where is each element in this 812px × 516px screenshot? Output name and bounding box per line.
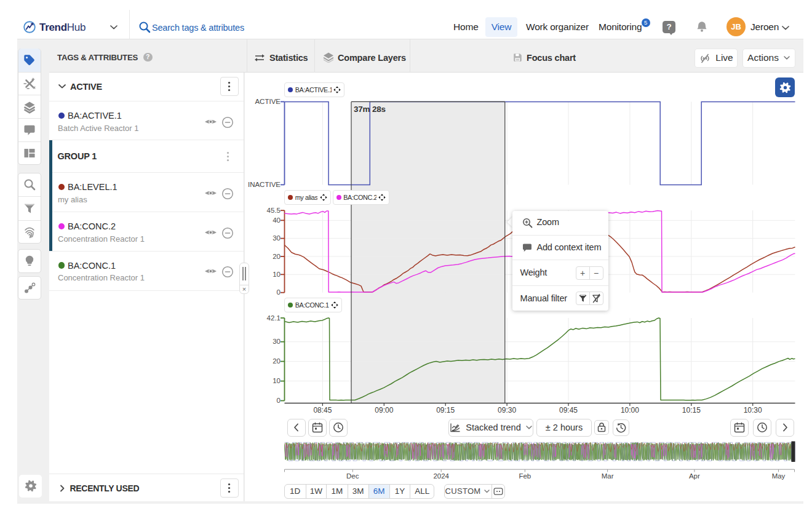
svg-text:Feb: Feb	[519, 472, 531, 480]
svg-text:Apr: Apr	[689, 472, 700, 480]
svg-text:Dec: Dec	[346, 472, 359, 480]
svg-text:May: May	[772, 472, 786, 480]
svg-text:Mar: Mar	[602, 472, 614, 480]
svg-text:2024: 2024	[433, 472, 449, 480]
